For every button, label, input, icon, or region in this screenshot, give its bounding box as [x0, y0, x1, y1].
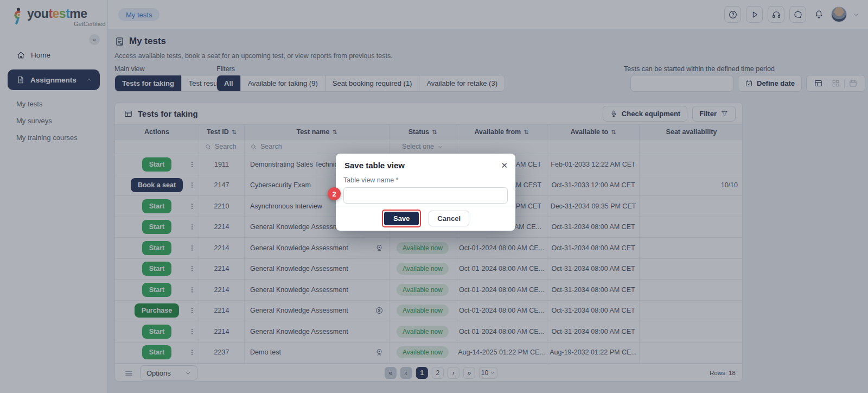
modal-body: Table view name *: [336, 170, 515, 204]
cancel-button[interactable]: Cancel: [429, 211, 469, 226]
modal-title: Save table view: [344, 161, 405, 170]
modal-footer: Save Cancel: [336, 206, 515, 231]
save-button[interactable]: Save: [384, 212, 419, 225]
table-view-name-label: Table view name *: [343, 176, 508, 184]
modal-header: Save table view ✕: [336, 154, 515, 170]
table-view-name-input[interactable]: [343, 187, 508, 204]
save-button-highlight: Save: [382, 210, 421, 227]
save-table-view-modal: 2 Save table view ✕ Table view name * Sa…: [336, 154, 515, 231]
close-icon[interactable]: ✕: [501, 161, 508, 169]
app-window: youtestme GetCertified « Home Assignment…: [0, 0, 868, 393]
step-badge: 2: [328, 187, 341, 200]
